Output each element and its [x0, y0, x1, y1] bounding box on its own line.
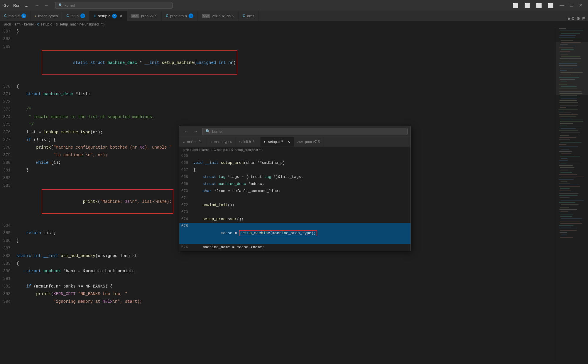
- tab-init-h[interactable]: C init.h 1: [62, 11, 89, 21]
- tab-bar: C main.c 3 ↓ mach-types C init.h 1 C set…: [0, 11, 588, 21]
- popup-editor: 665 666 void __init setup_arch(char **cm…: [179, 152, 410, 251]
- popup-code-line-667: 667 {: [179, 166, 410, 174]
- tab-close-setup-c[interactable]: ✕: [119, 14, 123, 18]
- tab-procinfo-h[interactable]: C procinfo.h 1: [162, 11, 198, 21]
- tab-label-main-c: main.c: [9, 14, 20, 18]
- tab-main-c[interactable]: C main.c 3: [0, 11, 31, 21]
- back-button[interactable]: ←: [33, 2, 41, 8]
- tab-badge-procinfo-h: 1: [189, 13, 193, 18]
- popup-search-icon: 🔍: [205, 129, 210, 134]
- popup-tab-setup-c[interactable]: C setup.c 3 ✕: [261, 137, 294, 147]
- popup-code-line-672: 672 unwind_init();: [179, 202, 410, 209]
- maximize-button[interactable]: □: [568, 2, 575, 8]
- code-line-394: 394 "ignoring memory at %#lx\n", start);: [0, 298, 556, 305]
- layout-split-button[interactable]: ⊞: [582, 16, 586, 21]
- c-file-icon: C: [4, 14, 7, 18]
- popup-code-line-675: 675 mdesc = setup_machine(machine_arch_t…: [179, 223, 410, 244]
- tab-label-setup-c: setup.c: [98, 14, 110, 18]
- c-file-icon-5: C: [243, 14, 245, 18]
- minimize-button[interactable]: —: [558, 2, 566, 8]
- code-line-391: 391: [0, 275, 556, 283]
- code-line-368: 368: [0, 35, 556, 43]
- layout-button-4[interactable]: ⬜: [546, 2, 555, 9]
- tab-badge-init-h: 1: [80, 13, 85, 18]
- code-line-389: 389 {: [0, 260, 556, 267]
- tab-badge-main-c: 3: [21, 13, 26, 18]
- popup-code-line-670: 670 char *from = default_command_line;: [179, 188, 410, 195]
- code-line-370: 370 {: [0, 83, 556, 90]
- popup-nav: ← →: [182, 128, 200, 135]
- popup-tabs: C main.c 3 ↓ mach-types C init.h 1 C set…: [179, 137, 410, 147]
- mach-file-icon: ↓: [35, 14, 36, 18]
- tab-label-dms: dms: [247, 14, 254, 18]
- popup-search-bar[interactable]: 🔍 kernel: [202, 128, 408, 135]
- tab-dms[interactable]: C dms: [239, 11, 258, 21]
- popup-tab-proc-v7s[interactable]: ASM proc-v7.S: [294, 137, 324, 147]
- title-bar: Go Run ... ← → 🔍 kernel ⬜ ⬜ ⬜ ⬜ — □ ✕: [0, 0, 588, 11]
- code-line-392: 392 if (meminfo.nr_banks >= NR_BANKS) {: [0, 283, 556, 290]
- popup-code-line-669: 669 struct machine_desc *mdesc;: [179, 181, 410, 188]
- nav-buttons: ← →: [33, 2, 50, 8]
- tab-label-mach-types: mach-types: [38, 14, 58, 18]
- menu-more[interactable]: ...: [25, 3, 28, 8]
- layout-button-3[interactable]: ⬜: [534, 2, 544, 9]
- code-line-369: 369 static struct machine_desc * __init …: [0, 43, 556, 83]
- tab-label-procinfo-h: procinfo.h: [170, 14, 187, 18]
- popup-back-button[interactable]: ←: [182, 128, 190, 135]
- popup-code-line-671: 671: [179, 195, 410, 202]
- popup-code-line-666: 666 void __init setup_arch(char **cmdlin…: [179, 159, 410, 166]
- menu-go[interactable]: Go: [4, 3, 9, 8]
- breadcrumb: arch › arm › kernel › C setup.c › ⊙ setu…: [0, 21, 588, 28]
- tab-badge-setup-c: 3: [112, 14, 117, 18]
- tab-label-init-h: init.h: [71, 14, 79, 18]
- breadcrumb-arch[interactable]: arch: [4, 22, 11, 26]
- code-line-374: 374 * locate machine in the list of supp…: [0, 113, 556, 121]
- popup-code-line-676: 676 machine_name = mdesc->name;: [179, 244, 410, 251]
- breadcrumb-kernel[interactable]: kernel: [24, 22, 34, 26]
- code-line-390: 390 struct membank *bank = &meminfo.bank…: [0, 267, 556, 275]
- tab-mach-types[interactable]: ↓ mach-types: [31, 11, 62, 21]
- popup-code-line-673: 673: [179, 209, 410, 216]
- popup-window: ← → 🔍 kernel C main.c 3 ↓ mach-types C i…: [179, 126, 411, 251]
- tab-proc-v7s[interactable]: ASM proc-v7.S: [127, 11, 162, 21]
- tab-label-vmlinux-lds: vmlinux.lds.S: [212, 14, 234, 18]
- code-line-373: 373 /*: [0, 106, 556, 113]
- popup-title-bar: ← → 🔍 kernel: [179, 126, 410, 137]
- code-line-367: 367 }: [0, 28, 556, 35]
- c-file-icon-2: C: [66, 14, 69, 18]
- popup-search-input[interactable]: kernel: [212, 129, 404, 134]
- tab-vmlinux-lds[interactable]: ASM vmlinux.lds.S: [198, 11, 239, 21]
- global-search-input[interactable]: kernel: [65, 3, 169, 8]
- menu-run[interactable]: Run: [13, 3, 20, 8]
- minimap[interactable]: [556, 28, 588, 363]
- layout-button-2[interactable]: ⬜: [523, 2, 532, 9]
- breadcrumb-c-icon: C: [37, 23, 40, 26]
- popup-breadcrumb-func: setup_arch(char **): [235, 148, 263, 152]
- popup-code-line-674: 674 setup_processor();: [179, 216, 410, 223]
- forward-button[interactable]: →: [42, 2, 50, 8]
- menu-bar: Go Run ...: [4, 3, 28, 8]
- code-line-372: 372: [0, 98, 556, 106]
- asm-file-icon: ASM: [131, 14, 139, 18]
- popup-code-line-668: 668 struct tag *tags = (struct tag *)&in…: [179, 174, 410, 181]
- layout-button-1[interactable]: ⬜: [511, 2, 520, 9]
- close-button[interactable]: ✕: [577, 2, 584, 9]
- title-right-buttons: ⬜ ⬜ ⬜ ⬜ — □ ✕: [511, 2, 584, 9]
- popup-forward-button[interactable]: →: [192, 128, 200, 135]
- c-file-icon-4: C: [166, 14, 168, 18]
- tab-setup-c[interactable]: C setup.c 3 ✕: [89, 11, 127, 21]
- breadcrumb-func-icon: ⊙: [55, 23, 58, 26]
- popup-tab-close-setup-c[interactable]: ✕: [287, 140, 290, 144]
- breadcrumb-arm[interactable]: arm: [14, 22, 21, 26]
- popup-tab-mach-types[interactable]: ↓ mach-types: [207, 137, 236, 147]
- popup-tab-init-h[interactable]: C init.h 1: [236, 137, 261, 147]
- popup-tab-main-c[interactable]: C main.c 3: [179, 137, 207, 147]
- tab-label-proc-v7s: proc-v7.S: [141, 14, 158, 18]
- settings-button[interactable]: ⚙: [577, 16, 580, 21]
- global-search-bar[interactable]: 🔍 kernel: [55, 2, 173, 9]
- code-line-388: 388 static int __init arm_add_memory(uns…: [0, 252, 556, 260]
- popup-code-line-665: 665: [179, 152, 410, 159]
- debug-button[interactable]: ▶⚙: [568, 16, 575, 21]
- popup-breadcrumb: arch › arm › kernel › C setup.c › ⊙ setu…: [179, 147, 410, 152]
- breadcrumb-file[interactable]: setup.c: [41, 22, 52, 26]
